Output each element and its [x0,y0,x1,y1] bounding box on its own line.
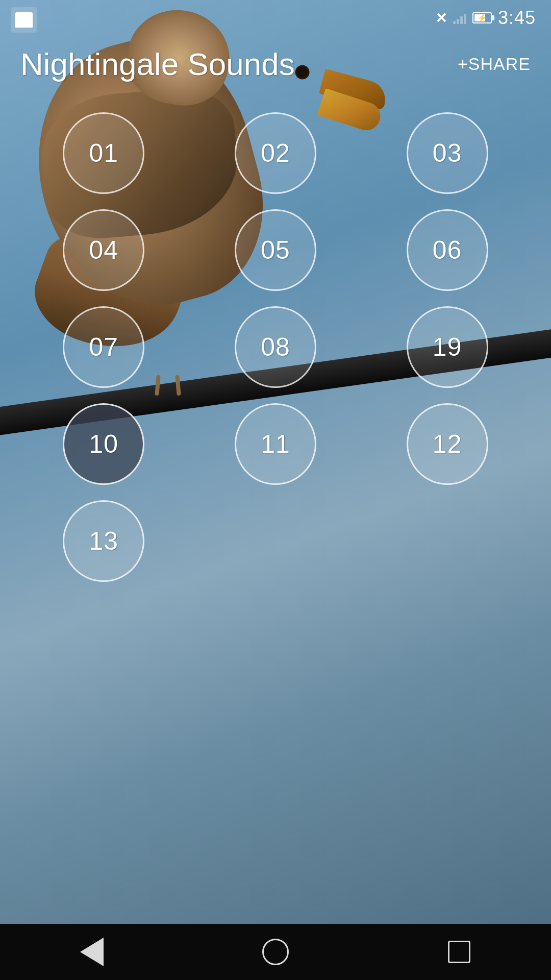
sound-button-12[interactable]: 12 [407,403,488,485]
sound-button-13[interactable]: 13 [63,500,144,582]
sound-button-05[interactable]: 05 [235,209,316,291]
app-title: Nightingale Sounds [20,46,295,82]
back-icon [80,938,104,966]
sound-button-01[interactable]: 01 [63,112,144,194]
nav-home-button[interactable] [255,932,296,972]
sound-button-02[interactable]: 02 [235,112,316,194]
share-button[interactable]: +SHARE [458,54,531,74]
sound-button-06[interactable]: 06 [407,209,488,291]
sound-button-11[interactable]: 11 [235,403,316,485]
home-icon [262,939,289,965]
nav-bar [0,924,551,980]
signal-icon [453,12,466,24]
status-icons: ✕ ⚡ 3:45 [435,7,536,29]
sound-button-19[interactable]: 19 [407,306,488,388]
sound-button-10[interactable]: 10 [63,403,144,485]
sim-cross-icon: ✕ [435,10,447,27]
app-icon [11,7,37,33]
sound-button-08[interactable]: 08 [235,306,316,388]
battery-icon: ⚡ [472,12,492,23]
sound-grid: 01020304050607081910111213 [15,102,536,592]
header: Nightingale Sounds +SHARE [0,36,551,92]
nav-back-button[interactable] [71,932,112,972]
status-time: 3:45 [498,7,536,29]
status-bar: ✕ ⚡ 3:45 [0,0,551,36]
sound-button-07[interactable]: 07 [63,306,144,388]
sound-button-04[interactable]: 04 [63,209,144,291]
sound-button-03[interactable]: 03 [407,112,488,194]
nav-recents-button[interactable] [439,932,480,972]
app-container: ✕ ⚡ 3:45 Nightingale Sounds +SHARE 01020… [0,0,551,980]
recents-icon [448,941,470,963]
